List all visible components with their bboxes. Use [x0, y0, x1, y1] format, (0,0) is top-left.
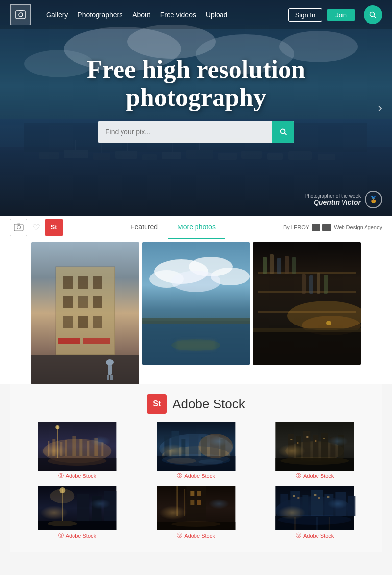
photo-harbor[interactable]	[142, 242, 250, 365]
svg-rect-72	[277, 258, 281, 274]
svg-rect-68	[258, 291, 356, 293]
svg-rect-158	[293, 495, 295, 497]
svg-point-110	[162, 454, 230, 466]
svg-rect-116	[288, 434, 294, 461]
nav-photographers[interactable]: Photographers	[77, 11, 122, 19]
svg-rect-88	[60, 442, 62, 456]
svg-rect-136	[104, 491, 116, 521]
svg-rect-106	[201, 437, 207, 458]
nav-free-videos[interactable]: Free videos	[160, 11, 196, 19]
svg-rect-15	[93, 153, 110, 160]
svg-rect-74	[292, 257, 296, 274]
svg-rect-86	[48, 441, 49, 456]
svg-rect-120	[321, 433, 328, 461]
svg-rect-20	[218, 153, 237, 160]
svg-rect-122	[338, 435, 344, 461]
toolbar-credit: By LEROY Web Design Agency	[283, 224, 382, 231]
adobe-photo-2[interactable]	[139, 422, 254, 471]
svg-rect-14	[64, 150, 88, 158]
svg-rect-23	[288, 151, 312, 160]
svg-line-33	[285, 133, 287, 135]
svg-rect-17	[142, 154, 157, 160]
hero-content: Free high resolution photography	[74, 55, 318, 143]
svg-point-98	[55, 425, 59, 429]
svg-rect-151	[281, 494, 288, 516]
adobe-photo-3[interactable]	[257, 422, 372, 471]
adobe-label-2: ⓢ Adobe Stock	[139, 471, 254, 482]
svg-rect-126	[315, 440, 317, 442]
svg-rect-155	[325, 494, 334, 516]
adobe-photo-4[interactable]	[20, 486, 135, 530]
svg-rect-125	[307, 436, 309, 438]
adobe-photo-grid: ⓢ Adobe Stock	[20, 422, 372, 542]
adobe-label-3: ⓢ Adobe Stock	[257, 471, 372, 482]
svg-rect-16	[115, 151, 137, 159]
nav-upload[interactable]: Upload	[206, 11, 227, 19]
svg-rect-0	[16, 11, 25, 19]
adobe-photo-5[interactable]	[139, 486, 254, 530]
adobe-photo-item-1[interactable]: ⓢ Adobe Stock	[20, 422, 135, 482]
photo-grid	[10, 242, 382, 384]
site-header: Gallery Photographers About Free videos …	[0, 0, 392, 29]
adobe-photo-item-6[interactable]: ⓢ Adobe Stock	[257, 486, 372, 542]
svg-point-138	[48, 521, 77, 526]
photographer-medal: 🏅	[365, 191, 382, 208]
toolbar-bar: ♡ St Featured More photos By LEROY Web D…	[0, 216, 392, 239]
adobe-photo-item-5[interactable]: ⓢ Adobe Stock	[139, 486, 254, 542]
adobe-label-icon-1: ⓢ	[58, 472, 64, 479]
adobe-photo-item-2[interactable]: ⓢ Adobe Stock	[139, 422, 254, 482]
svg-rect-147	[157, 522, 235, 530]
photo-porto[interactable]	[31, 242, 139, 384]
svg-rect-93	[94, 438, 98, 456]
adobe-photo-6[interactable]	[257, 486, 372, 530]
nav-about[interactable]: About	[132, 11, 150, 19]
tab-more-photos[interactable]: More photos	[168, 216, 225, 239]
svg-rect-77	[317, 273, 320, 294]
adobe-label-4: ⓢ Adobe Stock	[20, 530, 135, 542]
svg-rect-135	[92, 496, 101, 521]
tab-featured[interactable]: Featured	[121, 216, 168, 239]
site-logo[interactable]	[10, 4, 31, 25]
svg-rect-54	[107, 375, 109, 380]
svg-rect-139	[157, 486, 235, 530]
adobe-label-icon-5: ⓢ	[177, 532, 182, 539]
svg-rect-95	[38, 458, 116, 471]
svg-rect-107	[210, 435, 219, 458]
toolbar-heart-icon[interactable]: ♡	[32, 222, 40, 233]
photographer-name: Quentin Victor	[304, 199, 361, 206]
hero-search-submit[interactable]	[272, 121, 294, 143]
svg-point-85	[43, 439, 111, 463]
hero-title: Free high resolution photography	[74, 55, 318, 111]
svg-point-35	[17, 225, 21, 229]
svg-rect-48	[93, 316, 102, 328]
hero-search-bar[interactable]	[98, 121, 294, 143]
svg-rect-117	[296, 436, 301, 461]
join-button[interactable]: Join	[327, 9, 355, 21]
adobe-photo-item-3[interactable]: ⓢ Adobe Stock	[257, 422, 372, 482]
svg-rect-105	[189, 434, 198, 458]
hero-next-arrow[interactable]: ›	[378, 100, 382, 116]
signin-button[interactable]: Sign In	[288, 8, 322, 22]
svg-point-83	[326, 321, 331, 325]
hero-search-input[interactable]	[98, 123, 272, 141]
adobe-photo-1[interactable]	[20, 422, 135, 471]
svg-rect-40	[63, 276, 73, 289]
hero-section: Free high resolution photography › Photo…	[0, 0, 392, 216]
adobe-label-icon-4: ⓢ	[58, 532, 64, 539]
photographer-week-label: Photographer of the week	[304, 193, 361, 199]
svg-point-1	[19, 13, 23, 17]
svg-rect-123	[291, 439, 293, 440]
svg-rect-163	[276, 516, 354, 530]
svg-rect-81	[253, 330, 361, 365]
svg-rect-160	[314, 494, 317, 496]
adobe-photo-item-4[interactable]: ⓢ Adobe Stock	[20, 486, 135, 542]
svg-line-4	[374, 16, 376, 18]
toolbar-tabs: Featured More photos	[121, 216, 225, 239]
photo-bar[interactable]	[253, 242, 361, 365]
nav-gallery[interactable]: Gallery	[46, 11, 68, 19]
svg-rect-99	[157, 422, 235, 471]
header-search-button[interactable]	[364, 5, 382, 24]
svg-rect-63	[142, 318, 250, 324]
svg-rect-50	[58, 338, 80, 344]
svg-rect-21	[241, 151, 262, 159]
